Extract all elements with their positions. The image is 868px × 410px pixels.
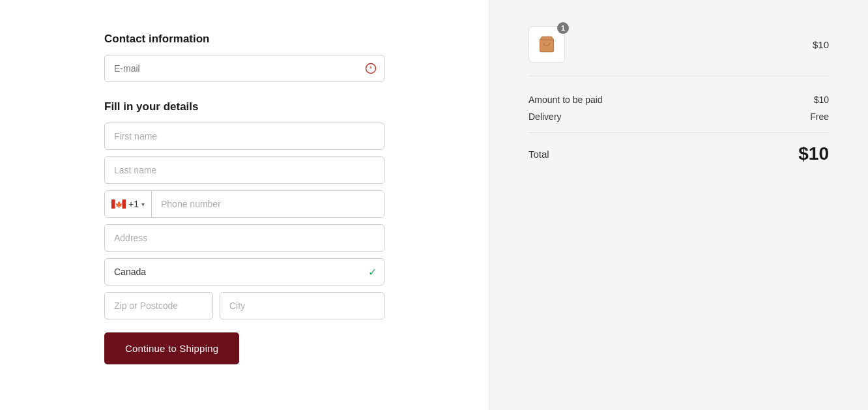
zip-city-row [104,292,384,319]
phone-country-selector[interactable]: 🍁 +1 ▾ [105,191,152,217]
first-name-input[interactable] [104,123,384,150]
amount-label: Amount to be paid [528,95,603,105]
phone-country-code: +1 [128,199,139,209]
canada-flag-icon: 🍁 [111,199,126,209]
zip-field-wrapper [104,292,213,319]
total-row: Total $10 [528,143,829,164]
delivery-label: Delivery [528,111,562,122]
continue-to-shipping-button[interactable]: Continue to Shipping [104,332,239,364]
total-label: Total [528,149,549,160]
amount-row: Amount to be paid $10 [528,95,829,105]
contact-section-title: Contact information [104,33,384,46]
shopping-bag-icon [538,35,556,53]
svg-rect-5 [123,199,126,209]
cart-item-row: 1 $10 [528,26,829,76]
country-checkmark-icon: ✓ [368,266,377,278]
error-icon [365,63,377,74]
address-group [104,224,384,252]
first-name-group [104,123,384,150]
phone-input[interactable] [152,191,384,217]
cart-badge: 1 [557,22,569,34]
city-field-wrapper [220,292,384,319]
last-name-input[interactable] [104,156,384,184]
fill-details-title: Fill in your details [104,100,384,113]
right-panel: 1 $10 Amount to be paid $10 Delivery Fre… [489,0,868,410]
cart-item-icon-wrapper: 1 [528,26,565,63]
total-amount: $10 [798,143,829,164]
delivery-value: Free [810,111,829,122]
zip-input[interactable] [104,292,213,319]
last-name-group [104,156,384,184]
city-input[interactable] [220,292,384,319]
cart-item-price: $10 [813,39,829,50]
summary-divider [528,132,829,133]
country-select[interactable]: Canada United States United Kingdom Aust… [104,258,384,286]
address-input[interactable] [104,224,384,252]
email-field-wrapper [104,55,384,82]
svg-text:🍁: 🍁 [115,201,123,209]
email-input[interactable] [104,55,384,82]
chevron-down-icon: ▾ [141,201,145,208]
delivery-row: Delivery Free [528,111,829,122]
left-panel: Contact information Fill in your details… [0,0,489,410]
country-selector-wrapper: Canada United States United Kingdom Aust… [104,258,384,286]
phone-row: 🍁 +1 ▾ [104,190,384,218]
amount-value: $10 [814,95,829,105]
